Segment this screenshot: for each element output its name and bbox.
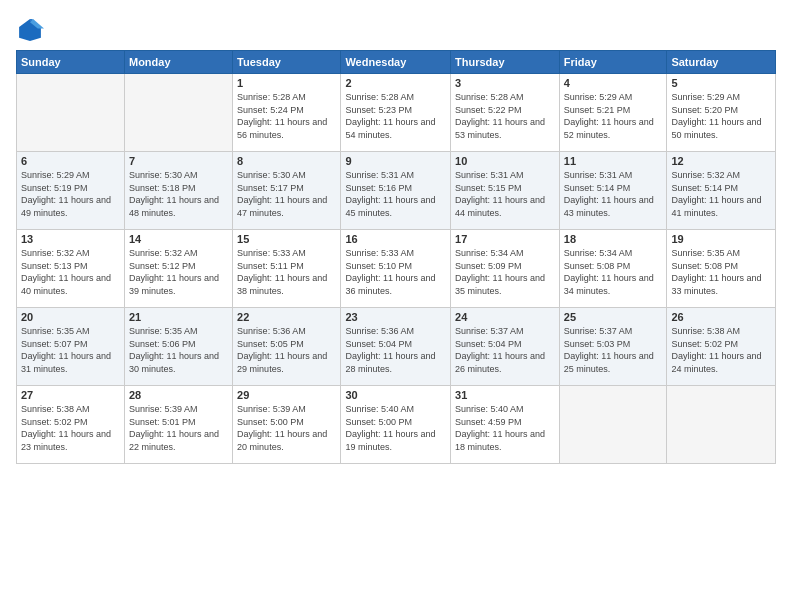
day-header-tuesday: Tuesday [233, 51, 341, 74]
calendar-cell: 23Sunrise: 5:36 AMSunset: 5:04 PMDayligh… [341, 308, 451, 386]
day-info: Sunrise: 5:33 AMSunset: 5:11 PMDaylight:… [237, 247, 336, 297]
day-number: 31 [455, 389, 555, 401]
day-header-monday: Monday [124, 51, 232, 74]
calendar-cell: 13Sunrise: 5:32 AMSunset: 5:13 PMDayligh… [17, 230, 125, 308]
day-number: 22 [237, 311, 336, 323]
day-info: Sunrise: 5:30 AMSunset: 5:18 PMDaylight:… [129, 169, 228, 219]
day-number: 25 [564, 311, 663, 323]
day-number: 23 [345, 311, 446, 323]
calendar-cell: 5Sunrise: 5:29 AMSunset: 5:20 PMDaylight… [667, 74, 776, 152]
calendar-cell: 24Sunrise: 5:37 AMSunset: 5:04 PMDayligh… [451, 308, 560, 386]
calendar-cell: 20Sunrise: 5:35 AMSunset: 5:07 PMDayligh… [17, 308, 125, 386]
calendar-cell [667, 386, 776, 464]
calendar-cell: 12Sunrise: 5:32 AMSunset: 5:14 PMDayligh… [667, 152, 776, 230]
calendar-cell: 3Sunrise: 5:28 AMSunset: 5:22 PMDaylight… [451, 74, 560, 152]
calendar-cell: 19Sunrise: 5:35 AMSunset: 5:08 PMDayligh… [667, 230, 776, 308]
day-number: 5 [671, 77, 771, 89]
day-info: Sunrise: 5:40 AMSunset: 5:00 PMDaylight:… [345, 403, 446, 453]
day-info: Sunrise: 5:32 AMSunset: 5:13 PMDaylight:… [21, 247, 120, 297]
day-info: Sunrise: 5:40 AMSunset: 4:59 PMDaylight:… [455, 403, 555, 453]
calendar-cell: 2Sunrise: 5:28 AMSunset: 5:23 PMDaylight… [341, 74, 451, 152]
calendar-cell: 30Sunrise: 5:40 AMSunset: 5:00 PMDayligh… [341, 386, 451, 464]
calendar-cell: 8Sunrise: 5:30 AMSunset: 5:17 PMDaylight… [233, 152, 341, 230]
calendar-cell: 11Sunrise: 5:31 AMSunset: 5:14 PMDayligh… [559, 152, 667, 230]
header-row: SundayMondayTuesdayWednesdayThursdayFrid… [17, 51, 776, 74]
day-number: 18 [564, 233, 663, 245]
day-info: Sunrise: 5:29 AMSunset: 5:19 PMDaylight:… [21, 169, 120, 219]
day-info: Sunrise: 5:35 AMSunset: 5:08 PMDaylight:… [671, 247, 771, 297]
svg-marker-0 [19, 19, 41, 41]
day-number: 14 [129, 233, 228, 245]
calendar-cell: 7Sunrise: 5:30 AMSunset: 5:18 PMDaylight… [124, 152, 232, 230]
day-number: 4 [564, 77, 663, 89]
day-header-sunday: Sunday [17, 51, 125, 74]
day-number: 12 [671, 155, 771, 167]
day-header-friday: Friday [559, 51, 667, 74]
day-number: 26 [671, 311, 771, 323]
day-number: 6 [21, 155, 120, 167]
calendar-cell [559, 386, 667, 464]
day-info: Sunrise: 5:31 AMSunset: 5:15 PMDaylight:… [455, 169, 555, 219]
day-number: 21 [129, 311, 228, 323]
day-info: Sunrise: 5:35 AMSunset: 5:07 PMDaylight:… [21, 325, 120, 375]
calendar-cell: 9Sunrise: 5:31 AMSunset: 5:16 PMDaylight… [341, 152, 451, 230]
day-number: 8 [237, 155, 336, 167]
week-row-4: 20Sunrise: 5:35 AMSunset: 5:07 PMDayligh… [17, 308, 776, 386]
day-info: Sunrise: 5:32 AMSunset: 5:12 PMDaylight:… [129, 247, 228, 297]
day-number: 30 [345, 389, 446, 401]
calendar-cell: 31Sunrise: 5:40 AMSunset: 4:59 PMDayligh… [451, 386, 560, 464]
day-number: 7 [129, 155, 228, 167]
calendar-cell [17, 74, 125, 152]
day-info: Sunrise: 5:38 AMSunset: 5:02 PMDaylight:… [671, 325, 771, 375]
day-number: 27 [21, 389, 120, 401]
day-info: Sunrise: 5:36 AMSunset: 5:05 PMDaylight:… [237, 325, 336, 375]
calendar-cell: 29Sunrise: 5:39 AMSunset: 5:00 PMDayligh… [233, 386, 341, 464]
day-number: 28 [129, 389, 228, 401]
day-header-saturday: Saturday [667, 51, 776, 74]
day-info: Sunrise: 5:29 AMSunset: 5:21 PMDaylight:… [564, 91, 663, 141]
day-number: 24 [455, 311, 555, 323]
day-info: Sunrise: 5:39 AMSunset: 5:01 PMDaylight:… [129, 403, 228, 453]
calendar-cell: 4Sunrise: 5:29 AMSunset: 5:21 PMDaylight… [559, 74, 667, 152]
calendar-cell: 10Sunrise: 5:31 AMSunset: 5:15 PMDayligh… [451, 152, 560, 230]
day-header-wednesday: Wednesday [341, 51, 451, 74]
logo [16, 16, 48, 44]
calendar-cell: 27Sunrise: 5:38 AMSunset: 5:02 PMDayligh… [17, 386, 125, 464]
calendar-cell: 21Sunrise: 5:35 AMSunset: 5:06 PMDayligh… [124, 308, 232, 386]
day-number: 17 [455, 233, 555, 245]
day-number: 29 [237, 389, 336, 401]
week-row-5: 27Sunrise: 5:38 AMSunset: 5:02 PMDayligh… [17, 386, 776, 464]
calendar-table: SundayMondayTuesdayWednesdayThursdayFrid… [16, 50, 776, 464]
calendar-cell: 1Sunrise: 5:28 AMSunset: 5:24 PMDaylight… [233, 74, 341, 152]
day-number: 2 [345, 77, 446, 89]
calendar-cell: 18Sunrise: 5:34 AMSunset: 5:08 PMDayligh… [559, 230, 667, 308]
calendar-cell: 26Sunrise: 5:38 AMSunset: 5:02 PMDayligh… [667, 308, 776, 386]
day-info: Sunrise: 5:35 AMSunset: 5:06 PMDaylight:… [129, 325, 228, 375]
day-number: 1 [237, 77, 336, 89]
logo-icon [16, 16, 44, 44]
day-info: Sunrise: 5:32 AMSunset: 5:14 PMDaylight:… [671, 169, 771, 219]
day-number: 16 [345, 233, 446, 245]
calendar-cell: 6Sunrise: 5:29 AMSunset: 5:19 PMDaylight… [17, 152, 125, 230]
day-info: Sunrise: 5:34 AMSunset: 5:09 PMDaylight:… [455, 247, 555, 297]
header [16, 16, 776, 44]
day-info: Sunrise: 5:37 AMSunset: 5:03 PMDaylight:… [564, 325, 663, 375]
day-number: 15 [237, 233, 336, 245]
day-number: 19 [671, 233, 771, 245]
day-info: Sunrise: 5:29 AMSunset: 5:20 PMDaylight:… [671, 91, 771, 141]
day-info: Sunrise: 5:30 AMSunset: 5:17 PMDaylight:… [237, 169, 336, 219]
day-header-thursday: Thursday [451, 51, 560, 74]
week-row-1: 1Sunrise: 5:28 AMSunset: 5:24 PMDaylight… [17, 74, 776, 152]
day-number: 9 [345, 155, 446, 167]
day-info: Sunrise: 5:39 AMSunset: 5:00 PMDaylight:… [237, 403, 336, 453]
day-info: Sunrise: 5:28 AMSunset: 5:23 PMDaylight:… [345, 91, 446, 141]
day-info: Sunrise: 5:38 AMSunset: 5:02 PMDaylight:… [21, 403, 120, 453]
day-number: 11 [564, 155, 663, 167]
day-info: Sunrise: 5:31 AMSunset: 5:14 PMDaylight:… [564, 169, 663, 219]
day-number: 3 [455, 77, 555, 89]
calendar-cell: 25Sunrise: 5:37 AMSunset: 5:03 PMDayligh… [559, 308, 667, 386]
day-number: 13 [21, 233, 120, 245]
calendar-cell: 17Sunrise: 5:34 AMSunset: 5:09 PMDayligh… [451, 230, 560, 308]
calendar-cell: 28Sunrise: 5:39 AMSunset: 5:01 PMDayligh… [124, 386, 232, 464]
week-row-3: 13Sunrise: 5:32 AMSunset: 5:13 PMDayligh… [17, 230, 776, 308]
